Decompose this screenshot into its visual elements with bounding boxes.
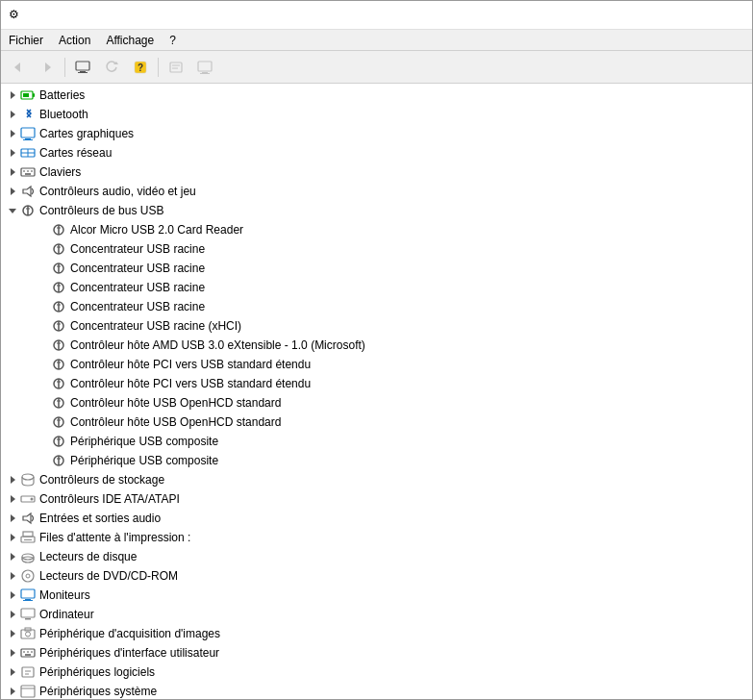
tree-item-hub4[interactable]: Concentrateur USB racine — [1, 297, 752, 316]
svg-marker-18 — [11, 111, 15, 118]
tree-arrow-controleurs-audio — [5, 184, 20, 199]
device-icon-periph-composite1 — [51, 434, 66, 449]
tree-item-moniteurs[interactable]: Moniteurs — [1, 586, 752, 605]
svg-rect-86 — [23, 532, 33, 537]
svg-marker-89 — [11, 553, 15, 561]
device-label-periph-composite1: Périphérique USB composite — [70, 435, 218, 448]
tree-arrow-hub5 — [36, 318, 51, 334]
toolbar: ? — [1, 51, 752, 84]
svg-marker-1 — [45, 62, 51, 72]
svg-rect-98 — [21, 589, 35, 598]
tree-item-batteries[interactable]: Batteries — [1, 86, 752, 105]
help-button[interactable]: ? — [127, 55, 154, 80]
svg-marker-35 — [9, 209, 16, 213]
device-label-moniteurs: Moniteurs — [39, 588, 90, 602]
tree-item-ordinateur[interactable]: Ordinateur — [1, 605, 752, 624]
tree-item-periph-systeme[interactable]: Périphériques système — [1, 682, 752, 699]
device-label-hub2: Concentrateur USB racine — [70, 262, 205, 275]
device-manager-window: ⚙ Fichier Action Affichage ? — [0, 0, 753, 700]
device-label-cartes-reseau: Cartes réseau — [39, 146, 112, 160]
properties-button[interactable] — [163, 55, 189, 80]
tree-item-claviers[interactable]: Claviers — [1, 162, 752, 182]
tree-item-hub5[interactable]: Concentrateur USB racine (xHCI) — [1, 316, 752, 336]
tree-item-hub3[interactable]: Concentrateur USB racine — [1, 278, 752, 297]
title-bar-left: ⚙ — [9, 8, 30, 23]
device-label-ordinateur: Ordinateur — [39, 608, 94, 621]
computer-button[interactable] — [69, 55, 96, 80]
device-icon-cartes-reseau — [20, 145, 36, 161]
device-icon-controleurs-stockage — [20, 472, 36, 488]
menu-affichage[interactable]: Affichage — [98, 32, 162, 49]
tree-arrow-lecteurs-disque — [5, 549, 20, 564]
tree-item-amd-usb[interactable]: Contrôleur hôte AMD USB 3.0 eXtensible -… — [1, 336, 752, 355]
tree-arrow-hub4 — [36, 299, 51, 314]
tree-item-controleurs-audio[interactable]: Contrôleurs audio, vidéo et jeu — [1, 182, 752, 201]
tree-item-openhcd1[interactable]: Contrôleur hôte USB OpenHCD standard — [1, 393, 752, 412]
svg-rect-17 — [23, 93, 29, 97]
device-label-amd-usb: Contrôleur hôte AMD USB 3.0 eXtensible -… — [70, 338, 365, 352]
device-icon-periph-composite2 — [51, 453, 66, 468]
tree-item-openhcd2[interactable]: Contrôleur hôte USB OpenHCD standard — [1, 412, 752, 432]
tree-item-controleurs-stockage[interactable]: Contrôleurs de stockage — [1, 470, 752, 489]
device-label-controleurs-audio: Contrôleurs audio, vidéo et jeu — [39, 185, 196, 198]
svg-marker-33 — [11, 188, 15, 195]
svg-rect-109 — [21, 649, 35, 657]
tree-item-lecteurs-dvd[interactable]: Lecteurs de DVD/CD-ROM — [1, 566, 752, 586]
tree-item-periph-images[interactable]: Périphérique d'acquisition d'images — [1, 624, 752, 643]
tree-item-periph-interface[interactable]: Périphériques d'interface utilisateur — [1, 643, 752, 662]
tree-arrow-moniteurs — [5, 588, 20, 603]
tree-arrow-periph-composite1 — [36, 434, 51, 449]
device-icon-batteries — [20, 88, 36, 103]
tree-item-files-attente[interactable]: Files d'attente à l'impression : — [1, 528, 752, 547]
tree-arrow-bluetooth — [5, 107, 20, 122]
device-label-pci-usb2: Contrôleur hôte PCI vers USB standard ét… — [70, 377, 311, 390]
svg-marker-80 — [11, 495, 15, 503]
tree-item-hub1[interactable]: Concentrateur USB racine — [1, 239, 752, 259]
device-label-pci-usb1: Contrôleur hôte PCI vers USB standard ét… — [70, 358, 311, 371]
device-label-openhcd2: Contrôleur hôte USB OpenHCD standard — [70, 415, 281, 429]
tree-arrow-periph-systeme — [5, 684, 20, 699]
device-icon-openhcd1 — [51, 395, 66, 411]
menu-help[interactable]: ? — [162, 32, 184, 49]
minimize-button[interactable] — [612, 1, 656, 30]
device-label-entrees-sorties: Entrées et sorties audio — [39, 512, 161, 525]
tree-item-pci-usb1[interactable]: Contrôleur hôte PCI vers USB standard ét… — [1, 355, 752, 374]
device-icon-claviers — [20, 164, 36, 180]
svg-marker-114 — [11, 668, 15, 676]
device-tree[interactable]: BatteriesBluetoothCartes graphiquesCarte… — [1, 84, 752, 699]
device-label-openhcd1: Contrôleur hôte USB OpenHCD standard — [70, 396, 281, 410]
svg-rect-100 — [23, 600, 33, 601]
tree-item-hub2[interactable]: Concentrateur USB racine — [1, 259, 752, 278]
device-label-periph-composite2: Périphérique USB composite — [70, 454, 218, 467]
tree-arrow-hub2 — [36, 261, 51, 276]
menu-fichier[interactable]: Fichier — [1, 32, 51, 49]
svg-marker-0 — [14, 62, 20, 72]
tree-item-periph-composite2[interactable]: Périphérique USB composite — [1, 451, 752, 470]
device-label-bluetooth: Bluetooth — [39, 108, 88, 121]
tree-item-controleurs-usb[interactable]: Contrôleurs de bus USB — [1, 201, 752, 220]
tree-item-cartes-graphiques[interactable]: Cartes graphiques — [1, 124, 752, 143]
forward-button[interactable] — [34, 55, 61, 80]
tree-item-pci-usb2[interactable]: Contrôleur hôte PCI vers USB standard ét… — [1, 374, 752, 393]
back-button[interactable] — [5, 55, 32, 80]
close-button[interactable] — [700, 1, 744, 30]
tree-item-bluetooth[interactable]: Bluetooth — [1, 105, 752, 124]
screen-button[interactable] — [191, 55, 218, 80]
tree-item-alcor[interactable]: Alcor Micro USB 2.0 Card Reader — [1, 220, 752, 239]
tree-item-controleurs-ide[interactable]: Contrôleurs IDE ATA/ATAPI — [1, 489, 752, 509]
device-icon-hub5 — [51, 318, 66, 334]
tree-arrow-batteries — [5, 88, 20, 103]
maximize-button[interactable] — [656, 1, 700, 30]
refresh-button[interactable] — [98, 55, 125, 80]
tree-item-entrees-sorties[interactable]: Entrées et sorties audio — [1, 509, 752, 528]
menu-action[interactable]: Action — [51, 32, 98, 49]
tree-item-periph-composite1[interactable]: Périphérique USB composite — [1, 432, 752, 451]
toolbar-sep-2 — [158, 58, 159, 77]
device-label-hub5: Concentrateur USB racine (xHCI) — [70, 319, 241, 333]
tree-arrow-alcor — [36, 222, 51, 238]
tree-item-periph-logiciels[interactable]: Périphériques logiciels — [1, 662, 752, 682]
tree-item-cartes-reseau[interactable]: Cartes réseau — [1, 143, 752, 162]
tree-item-lecteurs-disque[interactable]: Lecteurs de disque — [1, 547, 752, 566]
svg-point-82 — [31, 498, 34, 501]
svg-rect-22 — [23, 139, 33, 140]
